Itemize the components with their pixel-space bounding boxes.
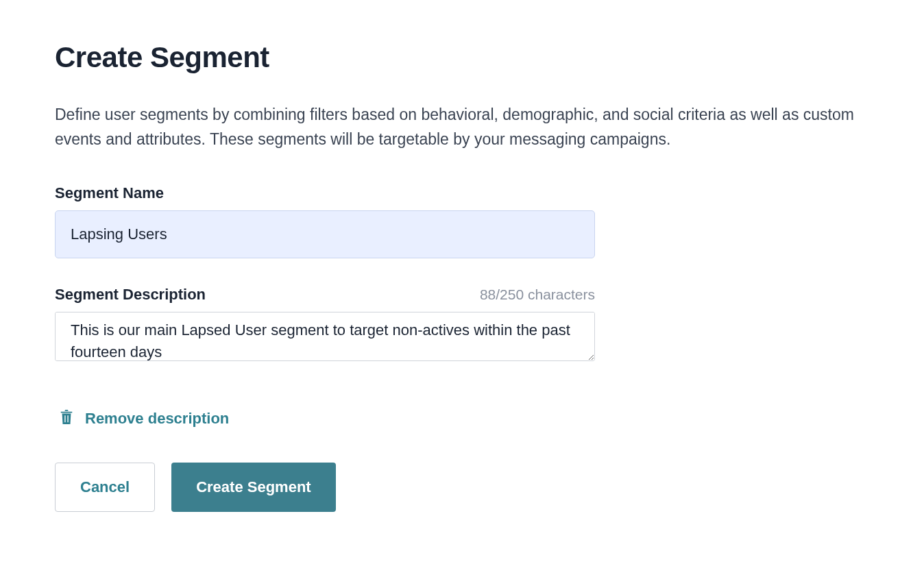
remove-description-label: Remove description xyxy=(85,410,229,428)
segment-name-field-group: Segment Name xyxy=(55,184,595,258)
create-segment-button[interactable]: Create Segment xyxy=(171,463,336,512)
segment-description-input[interactable] xyxy=(55,312,595,361)
page-title: Create Segment xyxy=(55,41,869,74)
char-counter: 88/250 characters xyxy=(480,286,595,303)
segment-description-label: Segment Description xyxy=(55,286,206,304)
trash-icon xyxy=(59,408,74,430)
cancel-button[interactable]: Cancel xyxy=(55,463,155,512)
remove-description-link[interactable]: Remove description xyxy=(59,408,229,430)
page-description: Define user segments by combining filter… xyxy=(55,103,864,151)
segment-name-input[interactable] xyxy=(55,210,595,258)
segment-name-label: Segment Name xyxy=(55,184,595,202)
segment-description-field-group: Segment Description 88/250 characters xyxy=(55,286,595,364)
button-row: Cancel Create Segment xyxy=(55,463,869,512)
